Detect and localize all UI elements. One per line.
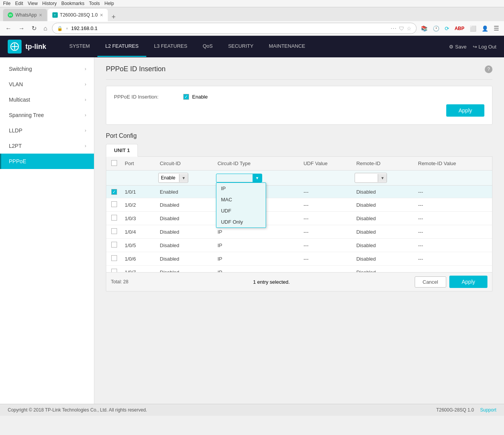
row-checkbox[interactable] <box>111 269 117 272</box>
row-checkbox[interactable] <box>111 255 117 261</box>
circuit-type-trigger[interactable]: ▼ <box>216 174 262 182</box>
row-select-cell: ✓ <box>106 186 122 198</box>
remote-id-filter-select[interactable]: Disabled Enabled <box>355 173 378 182</box>
nav-maintenance[interactable]: MAINTENANCE <box>261 36 313 57</box>
option-udf-only[interactable]: UDF Only <box>216 216 266 228</box>
tab-tplink[interactable]: T T2600G-28SQ 1.0 × <box>48 9 108 21</box>
table-row[interactable]: 1/0/3 Disabled IP --- Disabled --- <box>106 212 492 225</box>
screenshot-icon[interactable]: ⬜ <box>468 25 478 32</box>
circuit-type-selected <box>216 176 253 180</box>
table-header-row: Port Circuit-ID Circuit-ID Type UDF Valu… <box>106 157 492 171</box>
shield-icon[interactable]: 🛡 <box>399 25 404 32</box>
menu-edit[interactable]: Edit <box>15 1 23 6</box>
tab-whatsapp-close[interactable]: × <box>39 12 42 18</box>
row-select-cell <box>106 252 122 266</box>
menu-file[interactable]: File <box>3 1 10 6</box>
table-row[interactable]: 1/0/5 Disabled IP --- Disabled --- <box>106 239 492 252</box>
sidebar-item-switching[interactable]: Switching › <box>0 61 94 77</box>
circuit-id-filter-select[interactable]: Enable Disable <box>159 173 179 182</box>
menu-tools[interactable]: Tools <box>89 1 100 6</box>
table-row[interactable]: ✓ 1/0/1 Enabled --- Disabled --- <box>106 186 492 198</box>
apply-button-bottom[interactable]: Apply <box>449 276 487 288</box>
row-checkbox[interactable] <box>111 215 117 221</box>
remote-id-value-cell: --- <box>415 212 492 225</box>
menu-hamburger-icon[interactable]: ☰ <box>492 24 501 33</box>
logout-action[interactable]: ↪ Log Out <box>473 44 496 50</box>
select-all-checkbox[interactable] <box>111 160 117 166</box>
menu-bookmarks[interactable]: Bookmarks <box>61 1 84 6</box>
row-select-cell <box>106 198 122 212</box>
option-udf[interactable]: UDF <box>216 205 266 216</box>
circuit-id-cell: Enabled <box>157 186 214 198</box>
sidebar-item-l2pt[interactable]: L2PT › <box>0 138 94 154</box>
sidebar-item-lldp[interactable]: LLDP › <box>0 123 94 138</box>
nav-system[interactable]: SYSTEM <box>62 36 97 57</box>
row-select-cell <box>106 239 122 252</box>
sidebar-multicast-label: Multicast <box>9 97 30 103</box>
row-checkbox[interactable] <box>111 242 117 248</box>
circuit-type-dropdown-container[interactable]: ▼ IP MAC UDF UDF Only <box>216 174 299 182</box>
port-cell: 1/0/6 <box>122 252 157 266</box>
support-link[interactable]: Support <box>480 407 496 413</box>
sidebar-spanning-tree-label: Spanning Tree <box>9 112 44 118</box>
address-input[interactable] <box>71 25 388 31</box>
menu-help[interactable]: Help <box>104 1 114 6</box>
help-icon[interactable]: ? <box>485 65 492 73</box>
chevron-right-icon: › <box>85 128 86 133</box>
row-checkbox[interactable] <box>111 228 117 234</box>
browser-menu-bar: File Edit View History Bookmarks Tools H… <box>0 0 504 7</box>
circuit-type-arrow-icon: ▼ <box>253 174 262 182</box>
save-icon: ⚙ <box>449 44 454 50</box>
menu-history[interactable]: History <box>42 1 57 6</box>
new-tab-button[interactable]: + <box>109 13 119 21</box>
home-button[interactable]: ⌂ <box>41 24 50 33</box>
row-checkbox[interactable] <box>111 201 117 207</box>
row-checkbox[interactable]: ✓ <box>111 189 117 195</box>
th-select <box>106 157 122 171</box>
sidebar-item-multicast[interactable]: Multicast › <box>0 92 94 107</box>
adblock-icon[interactable]: ABP <box>453 25 466 32</box>
port-table-scroll[interactable]: Port Circuit-ID Circuit-ID Type UDF Valu… <box>106 157 492 272</box>
back-button[interactable]: ← <box>3 24 14 33</box>
nav-qos[interactable]: QoS <box>195 36 220 57</box>
nav-l2features[interactable]: L2 FEATURES <box>97 36 146 57</box>
unit1-tab[interactable]: UNIT 1 <box>106 144 138 157</box>
tab-tplink-close[interactable]: × <box>100 12 103 18</box>
table-row[interactable]: 1/0/2 Disabled IP --- Disabled --- <box>106 198 492 212</box>
udf-value-cell: --- <box>300 266 353 273</box>
circuit-id-cell: Disabled <box>157 239 214 252</box>
bookmark-icon[interactable]: ☆ <box>407 25 412 32</box>
remote-id-filter-dropdown[interactable]: Disabled Enabled ▼ <box>355 173 387 183</box>
sync-icon[interactable]: ⟳ <box>443 25 451 32</box>
account-icon[interactable]: 👤 <box>480 25 490 32</box>
row-select-cell <box>106 225 122 239</box>
check-mark: ✓ <box>184 94 188 99</box>
remote-id-value-cell: --- <box>415 266 492 273</box>
option-mac[interactable]: MAC <box>216 194 266 205</box>
sidebar-item-vlan[interactable]: VLAN › <box>0 77 94 92</box>
tab-whatsapp[interactable]: W WhatsApp × <box>3 9 47 21</box>
save-action[interactable]: ⚙ Save <box>449 44 467 50</box>
remote-id-cell: Disabled <box>353 186 415 198</box>
enable-checkbox[interactable]: ✓ <box>183 94 189 100</box>
circuit-id-filter-dropdown[interactable]: Enable Disable ▼ <box>158 173 188 183</box>
table-row[interactable]: 1/0/6 Disabled IP --- Disabled --- <box>106 252 492 266</box>
sidebar-item-pppoe[interactable]: PPPoE <box>0 154 94 169</box>
top-navigation: tp-link SYSTEM L2 FEATURES L3 FEATURES Q… <box>0 36 504 57</box>
table-row[interactable]: 1/0/7 Disabled IP --- Disabled --- <box>106 266 492 273</box>
cancel-button[interactable]: Cancel <box>415 276 446 288</box>
nav-l3features[interactable]: L3 FEATURES <box>146 36 195 57</box>
refresh-button[interactable]: ↻ <box>29 24 39 33</box>
udf-value-cell: --- <box>300 198 353 212</box>
history-icon[interactable]: 🕐 <box>431 25 441 32</box>
address-bar[interactable]: 🔒 ⚬ ⋯ 🛡 ☆ <box>52 23 417 34</box>
library-icon[interactable]: 📚 <box>419 25 429 32</box>
apply-button-top[interactable]: Apply <box>446 104 484 117</box>
table-row[interactable]: 1/0/4 Disabled IP --- Disabled --- <box>106 225 492 239</box>
nav-security[interactable]: SECURITY <box>220 36 261 57</box>
menu-view[interactable]: View <box>28 1 38 6</box>
more-icon[interactable]: ⋯ <box>390 25 397 32</box>
option-ip[interactable]: IP <box>216 183 266 194</box>
forward-button[interactable]: → <box>16 24 27 33</box>
sidebar-item-spanning-tree[interactable]: Spanning Tree › <box>0 107 94 123</box>
